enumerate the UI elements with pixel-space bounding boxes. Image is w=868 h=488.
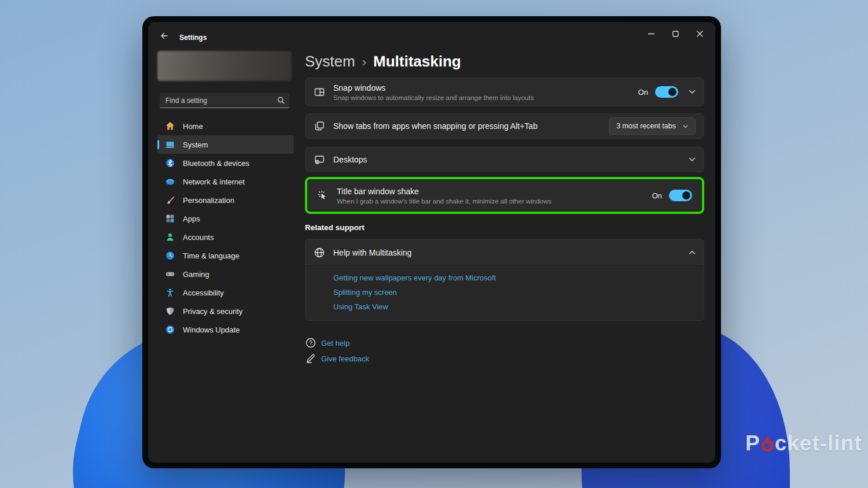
feedback-pen-icon [305,353,317,364]
setting-row-title-bar-window-shake[interactable]: Title bar window shake When I grab a win… [308,180,701,210]
sidebar-item-label: Windows Update [183,326,240,334]
get-help-icon: ? [305,337,317,349]
give-feedback-label: Give feedback [321,354,369,363]
sidebar-item-label: Privacy & security [183,307,242,316]
title-bar-window-shake-toggle[interactable] [669,190,692,201]
help-link-task-view[interactable]: Using Task View [333,302,704,311]
breadcrumb-separator-icon: › [362,55,366,70]
snap-windows-toggle[interactable] [655,86,678,98]
time-language-icon [165,251,175,260]
sidebar-item-bluetooth-devices[interactable]: Bluetooth & devices [157,154,294,172]
bluetooth-icon [165,158,175,168]
privacy-security-icon [165,306,175,316]
get-help-link[interactable]: ? Get help [305,337,704,349]
system-icon [165,140,175,149]
help-link-wallpapers[interactable]: Getting new wallpapers every day from Mi… [333,273,704,282]
sidebar-item-network-internet[interactable]: Network & internet [157,172,294,191]
back-button[interactable] [160,31,169,42]
sidebar-item-label: Network & internet [183,178,245,186]
setting-title: Title bar window shake [337,187,652,196]
desktop-background: Pcket-lint Settings [0,0,868,488]
desktops-icon [314,154,325,165]
sidebar-item-accessibility[interactable]: Accessibility [157,283,294,302]
personalization-icon [165,195,175,205]
dropdown-value: 3 most recent tabs [616,122,676,130]
network-icon [165,177,175,186]
cursor-shake-icon [317,190,329,201]
tabs-count-dropdown[interactable]: 3 most recent tabs [609,117,696,135]
sidebar-item-label: Bluetooth & devices [183,159,249,168]
sidebar-item-system[interactable]: System [157,135,294,154]
chevron-down-icon [683,122,688,130]
page-title: Multitasking [373,53,461,71]
sidebar-item-gaming[interactable]: Gaming [157,265,294,283]
sidebar-item-personalization[interactable]: Personalization [157,191,294,209]
main-content: System › Multitasking Snap windows Snap … [305,22,704,463]
setting-row-desktops[interactable]: Desktops [305,147,704,172]
sidebar-nav: Home System Bluetooth & devices [157,117,294,339]
setting-subtitle: When I grab a window's title bar and sha… [337,198,652,205]
windows-update-icon [165,325,175,334]
snap-windows-icon [314,86,325,98]
arrow-left-icon [160,34,169,42]
accounts-icon [165,232,175,242]
sidebar-item-label: System [183,141,208,149]
setting-title: Show tabs from apps when snapping or pre… [333,121,609,131]
sidebar-item-label: Personalization [183,196,234,205]
chevron-down-icon[interactable] [689,90,696,94]
account-card-blurred[interactable] [157,51,292,81]
get-help-label: Get help [321,339,350,347]
settings-window: Settings [142,16,721,468]
sidebar-item-time-language[interactable]: Time & language [157,246,294,265]
highlight-box: Title bar window shake When I grab a win… [305,177,704,214]
sidebar-item-label: Home [183,122,203,131]
sidebar-item-accounts[interactable]: Accounts [157,228,294,246]
sidebar-item-home[interactable]: Home [157,117,294,135]
chevron-up-icon[interactable] [689,250,696,255]
setting-title: Snap windows [333,83,638,93]
gaming-icon [165,269,175,279]
accessibility-icon [165,288,175,297]
settings-window-content: Settings [148,22,715,463]
watermark-suffix: cket-lint [775,431,862,456]
sidebar-item-label: Apps [183,215,200,223]
sidebar-item-label: Accounts [183,233,214,242]
app-title: Settings [179,34,207,42]
help-links: Getting new wallpapers every day from Mi… [306,265,704,320]
help-title: Help with Multitasking [333,248,678,257]
apps-icon [165,214,175,223]
search-icon [277,96,285,107]
home-icon [165,121,175,131]
footer-links: ? Get help Give feedback [305,337,704,364]
sidebar-item-apps[interactable]: Apps [157,209,294,228]
toggle-state-label: On [652,191,662,200]
sidebar-item-label: Accessibility [183,289,224,297]
related-support-heading: Related support [305,223,704,232]
toggle-state-label: On [638,88,648,97]
sidebar-item-label: Gaming [183,270,209,279]
pocket-lint-watermark: Pcket-lint [745,431,862,456]
globe-icon [314,247,325,258]
help-expander[interactable]: Help with Multitasking [306,239,704,265]
breadcrumb: System › Multitasking [305,53,704,71]
help-link-splitting-screen[interactable]: Splitting my screen [333,288,704,297]
svg-text:?: ? [309,340,312,346]
sidebar-item-label: Time & language [183,252,240,260]
setting-subtitle: Snap windows to automatically resize and… [333,94,638,101]
help-card: Help with Multitasking Getting new wallp… [305,239,704,321]
search-input[interactable] [160,93,289,108]
watermark-prefix: P [745,431,760,456]
chevron-down-icon[interactable] [689,157,696,162]
setting-row-show-tabs[interactable]: Show tabs from apps when snapping or pre… [305,113,704,139]
sidebar-item-privacy-security[interactable]: Privacy & security [157,302,294,320]
breadcrumb-parent[interactable]: System [305,53,355,71]
sidebar-item-windows-update[interactable]: Windows Update [157,320,294,339]
give-feedback-link[interactable]: Give feedback [305,353,704,364]
power-icon [762,439,774,452]
setting-row-snap-windows[interactable]: Snap windows Snap windows to automatical… [305,77,704,106]
setting-title: Desktops [333,155,678,164]
tabs-icon [314,120,325,132]
